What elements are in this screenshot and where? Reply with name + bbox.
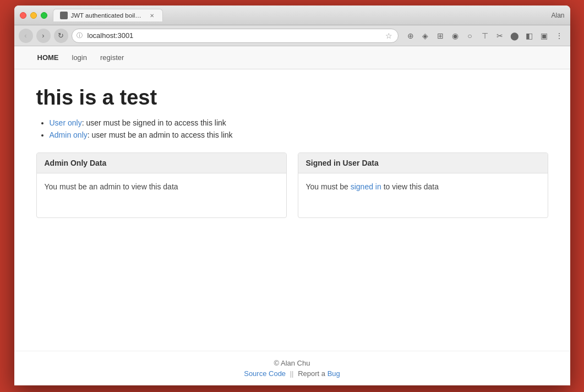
extension-icon-9[interactable]: ▣	[538, 29, 551, 42]
admin-only-text: : user must be an admin to access this l…	[88, 130, 233, 139]
list-item: User only: user must be signed in to acc…	[50, 118, 548, 127]
extension-icon-3[interactable]: ◉	[449, 29, 462, 42]
browser-tab[interactable]: JWT authenticated boilerplate ✕	[53, 9, 163, 21]
footer-separator: ||	[290, 369, 294, 378]
extension-icon-6[interactable]: ✂	[493, 29, 506, 42]
links-list: User only: user must be signed in to acc…	[36, 118, 548, 139]
forward-button[interactable]: ›	[36, 29, 51, 43]
admin-only-link[interactable]: Admin only	[50, 130, 88, 139]
bookmark-icon[interactable]: ☆	[385, 31, 392, 40]
extension-icon-2[interactable]: ⊞	[434, 29, 447, 42]
page-content: this is a test User only: user must be s…	[14, 69, 570, 351]
nav-login[interactable]: login	[71, 51, 88, 64]
back-button[interactable]: ‹	[19, 29, 33, 43]
tab-area: JWT authenticated boilerplate ✕	[53, 9, 552, 21]
extension-icon-1[interactable]: ◈	[419, 29, 432, 42]
user-only-link[interactable]: User only	[50, 118, 82, 127]
extension-icon-8[interactable]: ◧	[523, 29, 536, 42]
tab-close-icon[interactable]: ✕	[148, 12, 156, 19]
close-button[interactable]	[20, 12, 26, 19]
nav-home[interactable]: HOME	[36, 51, 60, 64]
user-only-text: : user must be signed in to access this …	[82, 118, 226, 127]
footer-report-text: Report a	[298, 369, 325, 378]
user-box-text-suffix: to view this data	[381, 182, 439, 191]
admin-box-header: Admin Only Data	[37, 153, 286, 173]
site-navbar: HOME login register	[14, 46, 570, 69]
menu-icon[interactable]: ⋮	[553, 29, 566, 42]
signed-in-link[interactable]: signed in	[351, 182, 381, 191]
tab-favicon-icon	[60, 12, 68, 19]
maximize-button[interactable]	[41, 12, 47, 19]
extension-icon-7[interactable]: ⬤	[508, 29, 521, 42]
page-footer: © Alan Chu Source Code || Report a Bug	[14, 351, 570, 385]
browser-window: JWT authenticated boilerplate ✕ Alan ‹ ›…	[14, 6, 570, 385]
url-bar[interactable]: ⓘ localhost:3001 ☆	[72, 29, 399, 43]
translate-icon[interactable]: ⊕	[404, 29, 417, 42]
admin-box-body: You must be an admin to view this data	[37, 173, 286, 217]
user-name: Alan	[551, 12, 564, 19]
url-text: localhost:3001	[88, 31, 134, 40]
refresh-button[interactable]: ↻	[54, 29, 68, 43]
minimize-button[interactable]	[30, 12, 37, 19]
source-code-link[interactable]: Source Code	[244, 369, 286, 378]
extension-icon-4[interactable]: ○	[463, 29, 477, 42]
tab-label: JWT authenticated boilerplate	[71, 12, 145, 19]
nav-register[interactable]: register	[99, 51, 125, 64]
list-item: Admin only: user must be an admin to acc…	[50, 130, 548, 139]
secure-icon: ⓘ	[77, 31, 83, 40]
extension-icon-5[interactable]: ⊤	[478, 29, 492, 42]
traffic-lights	[20, 12, 47, 19]
bug-link[interactable]: Bug	[328, 369, 340, 378]
title-bar: JWT authenticated boilerplate ✕ Alan	[14, 6, 570, 25]
user-box-body: You must be signed in to view this data	[298, 173, 548, 217]
footer-copyright: © Alan Chu	[25, 359, 559, 367]
user-box-header: Signed in User Data	[298, 153, 548, 173]
footer-links: Source Code || Report a Bug	[25, 369, 559, 378]
admin-data-box: Admin Only Data You must be an admin to …	[36, 153, 287, 218]
address-bar: ‹ › ↻ ⓘ localhost:3001 ☆ ⊕ ◈ ⊞ ◉ ○ ⊤ ✂ ⬤…	[14, 25, 570, 46]
page-title: this is a test	[36, 86, 548, 110]
user-box-text-prefix: You must be	[306, 182, 351, 191]
data-boxes: Admin Only Data You must be an admin to …	[36, 153, 548, 218]
user-data-box: Signed in User Data You must be signed i…	[298, 153, 548, 218]
toolbar-icons: ⊕ ◈ ⊞ ◉ ○ ⊤ ✂ ⬤ ◧ ▣ ⋮	[404, 29, 566, 42]
